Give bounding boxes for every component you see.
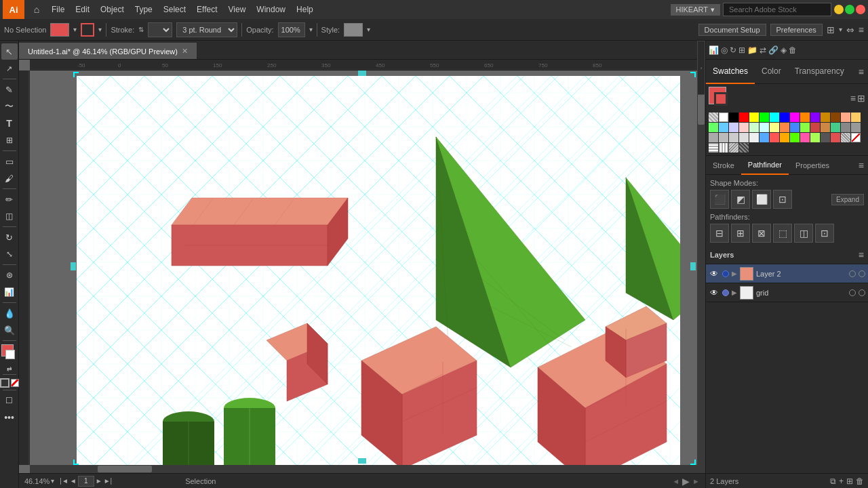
stroke-swatch[interactable] (81, 23, 94, 37)
swatches-grid-icon[interactable]: ⊞ (857, 93, 865, 104)
close-button[interactable] (856, 5, 865, 14)
menu-select[interactable]: Select (158, 0, 191, 19)
horizontal-scrollbar[interactable] (30, 465, 697, 473)
last-artboard-button[interactable]: ►| (104, 477, 113, 485)
swatch-lt-green[interactable] (709, 123, 718, 132)
swap-colors-icon[interactable]: ⇄ (7, 365, 12, 372)
expand-button[interactable]: Expand (831, 194, 864, 205)
type-tool[interactable]: T (1, 115, 18, 131)
grid-expand-icon[interactable]: ▶ (732, 289, 737, 296)
swatch-lavender[interactable] (729, 123, 738, 132)
swatch-fill-red[interactable] (831, 133, 840, 142)
layer2-visibility-icon[interactable]: 👁 (709, 268, 719, 279)
swatch-lt-pink[interactable] (739, 123, 749, 132)
prev-artboard-button[interactable]: ◄ (70, 477, 77, 485)
panel-tool-3[interactable]: ↻ (730, 45, 736, 55)
preferences-button[interactable]: Preferences (770, 24, 823, 36)
bottom-handle[interactable] (358, 458, 366, 464)
menu-type[interactable]: Type (130, 0, 158, 19)
swatch-teal[interactable] (831, 123, 840, 132)
swatch-dark-gray[interactable] (821, 133, 830, 142)
rotate-tool[interactable]: ↻ (1, 229, 18, 245)
swatch-tan[interactable] (821, 123, 830, 132)
pathfinder-menu-icon[interactable]: ≡ (854, 159, 868, 172)
maximize-button[interactable] (845, 5, 854, 14)
options-icon[interactable]: ≡ (859, 24, 864, 35)
scale-tool[interactable]: ⤡ (1, 246, 18, 262)
horizontal-scroll-thumb[interactable] (98, 466, 152, 472)
minus-back-button[interactable]: ⊡ (815, 224, 834, 243)
swatch-h-pattern[interactable] (709, 143, 718, 152)
swatch-lt-yellow[interactable] (770, 123, 779, 132)
minimize-button[interactable] (834, 5, 844, 14)
opacity-input[interactable] (278, 22, 305, 37)
align-icon[interactable]: ⇔ (846, 24, 854, 35)
pencil-tool[interactable]: ✏ (1, 191, 18, 207)
stroke-box-select[interactable] (148, 22, 172, 37)
panel-collapse-button[interactable]: › (697, 41, 705, 95)
swatch-peach[interactable] (851, 113, 861, 122)
panel-tool-8[interactable]: ◈ (781, 45, 787, 55)
swatch-gray-75[interactable] (719, 133, 728, 142)
menu-view[interactable]: View (223, 0, 252, 19)
swatch-dk-red[interactable] (810, 123, 820, 132)
grid-target-icon[interactable] (849, 289, 856, 296)
style-swatch[interactable] (344, 23, 363, 37)
swatch-gray-80[interactable] (729, 133, 738, 142)
swatch-red[interactable] (739, 113, 749, 122)
swatch-pattern-1[interactable] (709, 113, 718, 122)
artboard-number-input[interactable] (78, 476, 94, 487)
swatch-gray-87[interactable] (739, 133, 749, 142)
swatch-purple[interactable] (810, 113, 820, 122)
swatch-gray-50[interactable] (841, 123, 850, 132)
swatch-magenta[interactable] (790, 113, 800, 122)
layer2-expand-icon[interactable]: ▶ (732, 270, 737, 277)
menu-file[interactable]: File (46, 0, 70, 19)
swatch-white[interactable] (719, 113, 728, 122)
exclude-button[interactable]: ⊡ (773, 190, 792, 209)
trim-button[interactable]: ⊞ (731, 224, 750, 243)
curvature-tool[interactable]: 〜 (1, 98, 18, 115)
unite-button[interactable]: ⬛ (710, 190, 729, 209)
top-handle[interactable] (358, 70, 366, 76)
swatch-sky[interactable] (719, 123, 728, 132)
menu-edit[interactable]: Edit (70, 0, 95, 19)
left-handle[interactable] (71, 262, 76, 270)
doc-setup-button[interactable]: Document Setup (698, 24, 766, 36)
swatch-periwinkle[interactable] (790, 123, 800, 132)
delete-layer-button[interactable]: 🗑 (856, 476, 864, 486)
fill-swatch[interactable] (50, 23, 69, 37)
layer-row-2[interactable]: 👁 ▶ Layer 2 (706, 264, 868, 283)
grid-visibility-icon[interactable]: 👁 (709, 287, 719, 298)
divide-button[interactable]: ⊟ (710, 224, 729, 243)
select-tool[interactable]: ↖ (1, 43, 18, 60)
intersect-button[interactable]: ⬜ (752, 190, 771, 209)
make-clip-button[interactable]: ⧉ (830, 476, 836, 486)
chart-tool[interactable]: 📊 (1, 284, 18, 300)
document-tab[interactable]: Untitled-1.ai* @ 46.14% (RGB/GPU Preview… (19, 43, 197, 59)
swatch-gray-70[interactable] (709, 133, 718, 142)
workspace-button[interactable]: HIKEART ▾ (671, 4, 720, 16)
right-handle[interactable] (690, 262, 696, 270)
swatch-bright-green[interactable] (790, 133, 800, 142)
warp-tool[interactable]: ⊛ (1, 267, 18, 283)
tab-transparency[interactable]: Transparency (788, 60, 851, 84)
swatches-list-icon[interactable]: ≡ (850, 93, 856, 104)
swatch-pink[interactable] (841, 113, 850, 122)
swatch-black[interactable] (729, 113, 738, 122)
stroke-mode-icon[interactable] (0, 378, 9, 388)
vertical-scrollbar[interactable] (697, 70, 705, 473)
swatch-cyan[interactable] (770, 113, 779, 122)
crop-button[interactable]: ⬚ (773, 224, 792, 243)
swatch-diag-pattern[interactable] (841, 133, 850, 142)
panel-tool-6[interactable]: ⇄ (760, 45, 766, 55)
swatch-dk-pattern[interactable] (739, 143, 749, 152)
rectangle-tool[interactable]: ▭ (1, 153, 18, 169)
drawing-mode-icon[interactable]: ☐ (1, 392, 18, 409)
swatch-orange[interactable] (800, 113, 810, 122)
grid-tool[interactable]: ⊞ (1, 132, 18, 148)
menu-window[interactable]: Window (251, 0, 291, 19)
arrange-icon[interactable]: ⊞ (827, 24, 835, 35)
swatch-gold[interactable] (821, 113, 830, 122)
swatch-blue[interactable] (780, 113, 789, 122)
